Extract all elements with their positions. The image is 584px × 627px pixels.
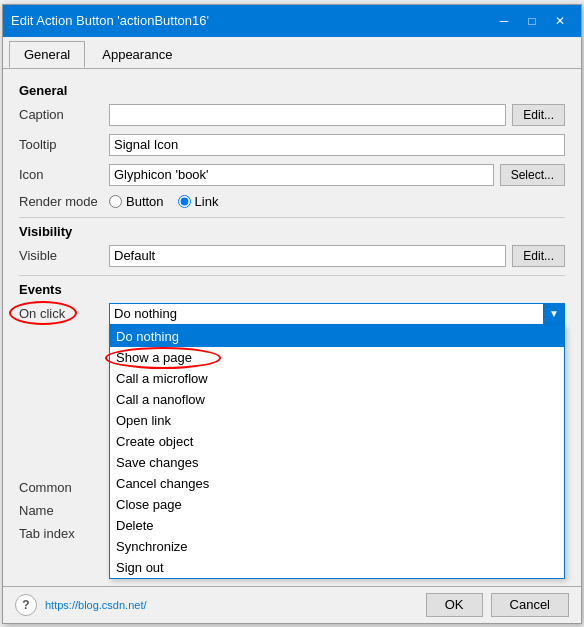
render-mode-link[interactable]: Link [178, 194, 219, 209]
dropdown-item-call-nanoflow[interactable]: Call a nanoflow [110, 389, 564, 410]
ok-button[interactable]: OK [426, 593, 483, 617]
on-click-dropdown-list: Do nothing Show a page Call a microflow … [109, 325, 565, 579]
dropdown-item-delete[interactable]: Delete [110, 515, 564, 536]
caption-label: Caption [19, 107, 109, 122]
tab-general[interactable]: General [9, 41, 85, 68]
visible-edit-button[interactable]: Edit... [512, 245, 565, 267]
general-section-header: General [19, 83, 565, 98]
window-title: Edit Action Button 'actionButton16' [11, 13, 209, 28]
footer-right: OK Cancel [426, 593, 569, 617]
tooltip-control [109, 134, 565, 156]
dropdown-item-cancel-changes[interactable]: Cancel changes [110, 473, 564, 494]
title-bar-controls: ─ □ ✕ [491, 11, 573, 31]
divider-visibility [19, 217, 565, 218]
render-mode-button[interactable]: Button [109, 194, 164, 209]
close-button[interactable]: ✕ [547, 11, 573, 31]
visible-control: Edit... [109, 245, 565, 267]
tab-index-label: Tab index [19, 526, 109, 541]
on-click-row: On click Do nothing ▼ Do nothing Show a … [19, 303, 565, 325]
render-mode-button-radio[interactable] [109, 195, 122, 208]
visible-label: Visible [19, 248, 109, 263]
tooltip-row: Tooltip [19, 134, 565, 156]
on-click-dropdown-selected[interactable]: Do nothing [109, 303, 565, 325]
dropdown-item-show-page[interactable]: Show a page [110, 347, 564, 368]
caption-input[interactable] [109, 104, 506, 126]
dropdown-item-sign-out[interactable]: Sign out [110, 557, 564, 578]
divider-events [19, 275, 565, 276]
footer: ? https://blog.csdn.net/ OK Cancel [3, 586, 581, 623]
blog-link[interactable]: https://blog.csdn.net/ [45, 599, 147, 611]
visible-input[interactable] [109, 245, 506, 267]
caption-row: Caption Edit... [19, 104, 565, 126]
render-mode-radio-group: Button Link [109, 194, 218, 209]
on-click-dropdown-wrapper: Do nothing ▼ Do nothing Show a page Call… [109, 303, 565, 325]
tooltip-label: Tooltip [19, 137, 109, 152]
dropdown-item-create-object[interactable]: Create object [110, 431, 564, 452]
on-click-label: On click [19, 306, 109, 321]
tabs: General Appearance [3, 37, 581, 69]
dropdown-item-save-changes[interactable]: Save changes [110, 452, 564, 473]
caption-edit-button[interactable]: Edit... [512, 104, 565, 126]
edit-action-button-window: Edit Action Button 'actionButton16' ─ □ … [2, 4, 582, 624]
cancel-button[interactable]: Cancel [491, 593, 569, 617]
title-bar: Edit Action Button 'actionButton16' ─ □ … [3, 5, 581, 37]
render-mode-control: Button Link [109, 194, 565, 209]
main-content: General Caption Edit... Tooltip Icon Sel… [3, 69, 581, 586]
footer-left: ? https://blog.csdn.net/ [15, 594, 147, 616]
name-label: Name [19, 503, 109, 518]
tooltip-input[interactable] [109, 134, 565, 156]
events-section-header: Events [19, 282, 565, 297]
tab-appearance[interactable]: Appearance [87, 41, 187, 68]
icon-input[interactable] [109, 164, 494, 186]
render-mode-link-radio[interactable] [178, 195, 191, 208]
minimize-button[interactable]: ─ [491, 11, 517, 31]
dropdown-item-synchronize[interactable]: Synchronize [110, 536, 564, 557]
on-click-control: Do nothing ▼ Do nothing Show a page Call… [109, 303, 565, 325]
dropdown-item-open-link[interactable]: Open link [110, 410, 564, 431]
common-label: Common [19, 480, 109, 495]
icon-control: Select... [109, 164, 565, 186]
icon-row: Icon Select... [19, 164, 565, 186]
icon-label: Icon [19, 167, 109, 182]
visible-row: Visible Edit... [19, 245, 565, 267]
icon-select-button[interactable]: Select... [500, 164, 565, 186]
maximize-button[interactable]: □ [519, 11, 545, 31]
caption-control: Edit... [109, 104, 565, 126]
visibility-section-header: Visibility [19, 224, 565, 239]
dropdown-item-call-microflow[interactable]: Call a microflow [110, 368, 564, 389]
render-mode-label: Render mode [19, 194, 109, 209]
dropdown-item-do-nothing[interactable]: Do nothing [110, 326, 564, 347]
help-button[interactable]: ? [15, 594, 37, 616]
render-mode-row: Render mode Button Link [19, 194, 565, 209]
dropdown-item-close-page[interactable]: Close page [110, 494, 564, 515]
